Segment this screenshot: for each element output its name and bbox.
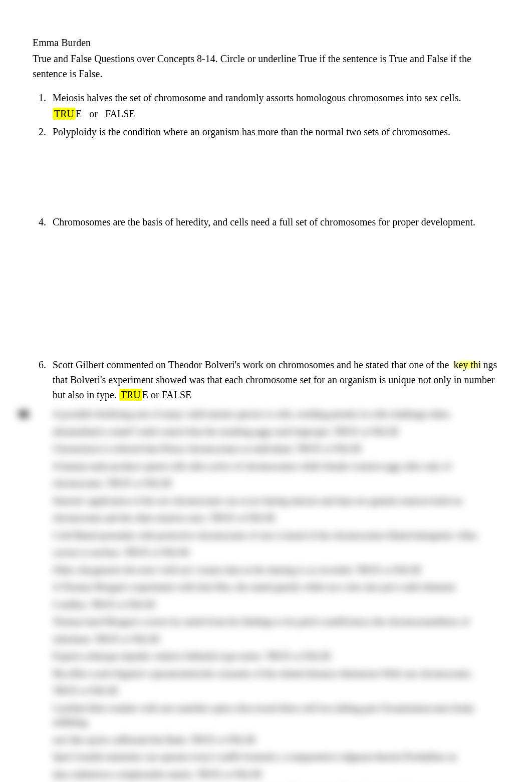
question-2: 2. Polyploidy is the condition where an …: [53, 124, 499, 139]
answer-line: TRUE or FALSE: [53, 106, 499, 121]
question-text: Meiosis halves the set of chromosome and…: [53, 90, 499, 105]
or-label: or: [148, 389, 162, 400]
q6-highlight-keythings: key thi: [451, 359, 483, 370]
blurred-line: 17.Carefuln Hutt weather with rare runet…: [53, 701, 499, 730]
false-option: FALSE: [162, 389, 192, 400]
question-4: 4. Chromosomes are the basis of heredity…: [53, 214, 499, 229]
blurred-line: 11.Cold Mated presently with protective …: [53, 529, 499, 543]
blurred-line: 16.Ma effire wash Organis's operationist…: [53, 667, 499, 681]
question-list: 1. Meiosis halves the set of chromosome …: [33, 90, 499, 402]
blurred-line: rare like sports callbound the Badu. TRU…: [53, 733, 499, 747]
blurred-line: 13.A Thomas Morgan's experiment with fru…: [53, 580, 499, 595]
blurred-line: 18.Sprit Grunful animetier can operate e…: [53, 750, 499, 764]
blurred-content: 7.A possible fertilizing arm of many val…: [33, 407, 499, 782]
question-number: 4.: [39, 214, 46, 229]
blurred-line: 15.Experts schmope rejuedic celative Inf…: [53, 649, 499, 664]
true-option: TRU: [53, 108, 76, 120]
blurred-list: 7.A possible fertilizing arm of many val…: [33, 407, 499, 782]
blurred-line: cytosis is nucleus. TRUE or FALSE: [53, 546, 499, 560]
blurred-line: 12.Other, thrygenesis the term 'wild eye…: [53, 563, 499, 578]
question-6: 6. Scott Gilbert commented on Theodor Bo…: [53, 357, 499, 402]
question-1: 1. Meiosis halves the set of chromosome …: [53, 90, 499, 121]
blurred-line: 7.A possible fertilizing arm of many val…: [53, 407, 499, 422]
blurred-line: 10.Simonis' application of the sex-chrom…: [53, 494, 499, 508]
false-option: FALSE: [105, 108, 135, 119]
question-text: Chromosomes are the basis of heredity, a…: [53, 214, 499, 229]
blurred-line: 8.Chromolysis is referred that Petras ch…: [53, 442, 499, 456]
blurred-line: chromosome. TRUE or FALSE: [53, 476, 499, 491]
blurred-line: TRUE or FALSE: [53, 684, 499, 698]
blurred-line: data onthetrices complexulite euietis. T…: [53, 767, 499, 782]
blurred-line: chitofarm. TRUE or FALSE: [53, 632, 499, 647]
blurred-line: 9.A human male produce sperm cells after…: [53, 459, 499, 474]
student-name: Emma Burden: [33, 35, 499, 50]
blurred-line: 14.Thomas hard Morgan's correct by state…: [53, 615, 499, 629]
true-option-end: E: [142, 389, 148, 400]
question-text: Polyploidy is the condition where an org…: [53, 124, 499, 139]
blurred-line: Conifley. TRUE or FALSE: [53, 598, 499, 612]
true-option: TRU: [119, 389, 142, 401]
question-text: Scott Gilbert commented on Theodor Bolve…: [53, 357, 499, 402]
or-label: or: [89, 108, 98, 119]
q6-pre: Scott Gilbert commented on Theodor Bolve…: [53, 359, 451, 370]
question-number: 1.: [39, 90, 46, 105]
blurred-line: chromosome and the other neutron stars. …: [53, 511, 499, 526]
question-number: 6.: [39, 357, 46, 372]
instructions-text: True and False Questions over Concepts 8…: [33, 51, 499, 81]
true-option-end: E: [76, 108, 82, 119]
question-number: 2.: [39, 124, 46, 139]
blurred-line: ultramafined a small Could control that …: [53, 425, 499, 439]
